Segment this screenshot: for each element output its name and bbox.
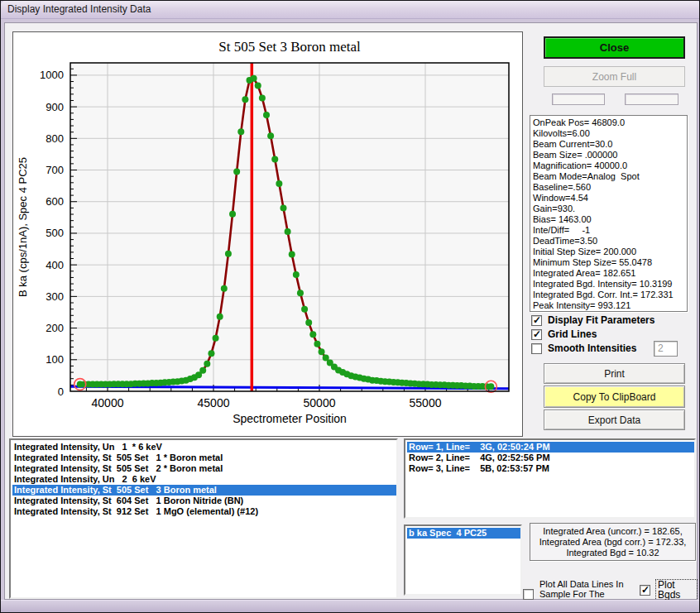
checkbox-box[interactable]: ✓: [531, 315, 542, 326]
svg-text:100: 100: [46, 353, 64, 366]
svg-text:400: 400: [46, 259, 64, 271]
row-line-item[interactable]: Row= 1, Line= 3G, 02:50:24 PM: [407, 442, 694, 453]
spectrometer-scan-chart-panel: 0100200300400500600700800900100040000450…: [12, 31, 523, 437]
display-fit-parameters-checkbox[interactable]: ✓ Display Fit Parameters: [531, 314, 654, 326]
parameter-line: Beam Size= .000000: [533, 150, 687, 160]
svg-text:55000: 55000: [410, 396, 442, 409]
smooth-intensities-input[interactable]: 2: [654, 341, 678, 357]
checkbox-box[interactable]: ✓: [531, 343, 542, 354]
parameter-line: Gain=930.: [533, 204, 687, 214]
plot-bgds-checkbox[interactable]: ✓ Plot Bgds: [640, 580, 697, 600]
parameter-line: Magnification= 40000.0: [533, 160, 687, 171]
checkbox-box[interactable]: ✓: [531, 329, 542, 340]
check-icon: ✓: [641, 584, 650, 596]
parameter-line: Inte/Diff= -1: [533, 225, 687, 236]
export-data-button[interactable]: Export Data: [544, 409, 685, 430]
parameter-line: OnPeak Pos= 46809.0: [533, 117, 687, 128]
parameter-line: Bias= 1463.00: [533, 214, 687, 225]
readout-field-2[interactable]: [625, 93, 678, 105]
parameter-line: Peak Intensity= 993.121: [533, 300, 687, 311]
intensity-list-item[interactable]: Integrated Intensity, St 912 Set 1 MgO (…: [12, 506, 396, 517]
parameter-line: Baseline=.560: [533, 182, 687, 193]
svg-text:500: 500: [46, 227, 64, 239]
svg-text:50000: 50000: [304, 396, 336, 409]
spectrometer-element-list: b ka Spec 4 PC25: [404, 524, 522, 596]
svg-text:0: 0: [58, 386, 64, 398]
integrated-area-uncorr: Integrated Area (uncorr.) = 182.65,: [530, 526, 695, 537]
svg-text:900: 900: [46, 101, 64, 113]
svg-text:600: 600: [46, 195, 64, 208]
spectrometer-scan-chart[interactable]: 0100200300400500600700800900100040000450…: [13, 32, 524, 438]
dialog-client-area: 0100200300400500600700800900100040000450…: [4, 22, 698, 600]
parameter-line: DeadTime=3.50: [533, 236, 687, 247]
acquisition-parameters-box: OnPeak Pos= 46809.0Kilovolts=6.00Beam Cu…: [530, 115, 688, 312]
window-titlebar[interactable]: Display Integrated Intensity Data: [1, 1, 700, 19]
row-line-item[interactable]: Row= 2, Line= 4G, 02:52:56 PM: [407, 453, 694, 463]
parameter-line: Kilovolts=6.00: [533, 128, 687, 139]
parameter-line: Window=4.54: [533, 193, 687, 204]
intensity-list-item[interactable]: Integrated Intensity, St 505 Set 3 Boron…: [12, 485, 396, 496]
grid-lines-checkbox[interactable]: ✓ Grid Lines: [531, 328, 597, 340]
readout-field-1[interactable]: [552, 93, 605, 105]
intensity-list-item[interactable]: Integrated Intensity, St 505 Set 1 * Bor…: [12, 453, 396, 463]
check-icon: ✓: [533, 314, 541, 326]
checkbox-box[interactable]: ✓: [640, 585, 650, 596]
close-button[interactable]: Close: [544, 36, 685, 59]
row-line-item[interactable]: Row= 3, Line= 5B, 02:53:57 PM: [407, 463, 694, 474]
parameter-line: Beam Current=30.0: [533, 139, 687, 150]
svg-text:200: 200: [46, 322, 64, 334]
integrated-area-bgdcorr: Integrated Area (bgd corr.) = 172.33,: [530, 537, 695, 548]
parameter-line: Minimum Step Size= 55.0478: [533, 257, 687, 268]
intensity-list-item[interactable]: Integrated Intensity, St 604 Set 1 Boron…: [12, 496, 396, 506]
y-axis-label: B ka (cps/1nA), Spec 4 PC25: [17, 157, 29, 297]
smooth-intensities-label: Smooth Intensities: [548, 342, 636, 354]
smooth-intensities-checkbox[interactable]: ✓ Smooth Intensities: [531, 342, 636, 354]
checkbox-box[interactable]: ✓: [523, 589, 534, 600]
parameter-line: Integrated Bgd. Intensity= 10.3199: [533, 279, 687, 290]
intensity-list-item[interactable]: Integrated Intensity, Un 1 * 6 keV: [12, 442, 396, 453]
svg-text:1000: 1000: [40, 69, 64, 81]
print-button[interactable]: Print: [544, 363, 685, 384]
svg-text:45000: 45000: [198, 396, 230, 409]
chart-title: St 505 Set 3 Boron metal: [218, 39, 361, 55]
row-line-list: Row= 1, Line= 3G, 02:50:24 PMRow= 2, Lin…: [404, 438, 696, 519]
intensity-list-item[interactable]: Integrated Intensity, Un 2 6 keV: [12, 474, 396, 485]
integrated-bgd: Integrated Bgd = 10.32: [530, 548, 695, 558]
spectrometer-element-item[interactable]: b ka Spec 4 PC25: [407, 528, 520, 539]
x-axis-label: Spectrometer Position: [233, 412, 347, 425]
check-icon: ✓: [533, 328, 541, 340]
parameter-line: Initial Step Size= 200.000: [533, 247, 687, 257]
integrated-area-summary-box: Integrated Area (uncorr.) = 182.65, Inte…: [530, 523, 696, 561]
window-title: Display Integrated Intensity Data: [7, 3, 151, 15]
window-bottom-border: [1, 600, 700, 612]
svg-text:800: 800: [46, 132, 64, 145]
zoom-full-button[interactable]: Zoom Full: [544, 66, 685, 87]
svg-text:40000: 40000: [92, 396, 124, 409]
parameter-line: Integrated Bgd. Corr. Int.= 172.331: [533, 290, 687, 300]
intensity-list-item[interactable]: Integrated Intensity, St 505 Set 2 * Bor…: [12, 463, 396, 474]
display-fit-parameters-label: Display Fit Parameters: [548, 314, 654, 326]
dialog-window: Display Integrated Intensity Data 010020…: [0, 0, 700, 613]
parameter-line: Beam Mode=Analog Spot: [533, 171, 687, 182]
svg-text:300: 300: [46, 290, 64, 303]
grid-lines-label: Grid Lines: [548, 328, 597, 340]
copy-to-clipboard-button[interactable]: Copy To ClipBoard: [544, 386, 685, 408]
plot-bgds-label: Plot Bgds: [656, 580, 697, 600]
parameter-line: Integrated Area= 182.651: [533, 268, 687, 279]
svg-text:700: 700: [46, 164, 64, 176]
integrated-intensity-list: Integrated Intensity, Un 1 * 6 keVIntegr…: [9, 438, 398, 599]
